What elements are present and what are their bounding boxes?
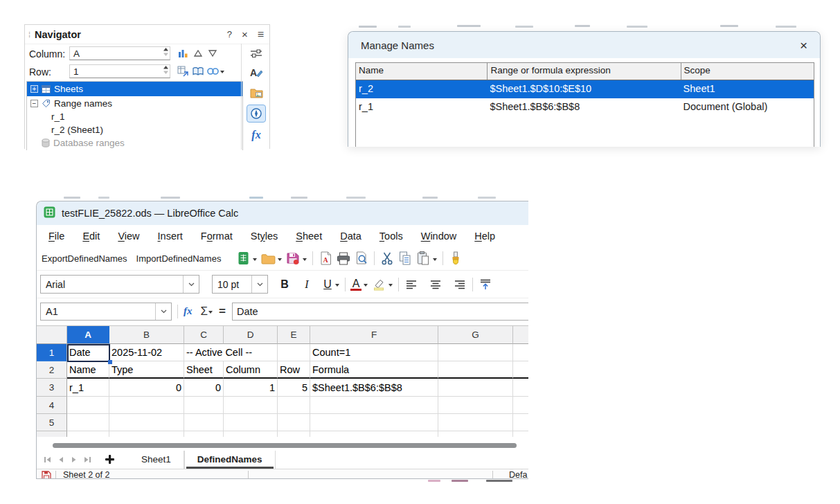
cell-D4[interactable] <box>224 397 278 414</box>
add-sheet-icon[interactable] <box>103 452 116 467</box>
cell-C2[interactable]: Sheet <box>184 361 224 379</box>
contents-button[interactable] <box>191 65 205 78</box>
menu-file[interactable]: File <box>39 231 73 242</box>
tree-item-r-1[interactable]: r_1 <box>27 110 242 123</box>
cell-G5[interactable] <box>438 414 513 431</box>
functions-icon[interactable]: fx <box>247 126 266 144</box>
toggle-button[interactable] <box>176 65 190 78</box>
font-size-combo[interactable]: 10 pt <box>212 275 268 294</box>
clone-formatting-icon[interactable] <box>447 250 464 267</box>
row-spinner[interactable] <box>162 64 170 78</box>
chevron-down-icon[interactable] <box>155 303 171 320</box>
next-sheet-icon[interactable] <box>67 452 80 467</box>
new-document-icon[interactable] <box>235 250 251 267</box>
cell-F3[interactable]: $Sheet1.$B$6:$B$8 <box>310 379 438 397</box>
paste-dropdown-icon[interactable] <box>433 258 437 263</box>
highlight-color-icon[interactable] <box>370 276 387 293</box>
chevron-down-icon[interactable] <box>251 276 267 293</box>
tree-item-r-2-sheet1-[interactable]: r_2 (Sheet1) <box>27 123 242 136</box>
drag-mode-button[interactable] <box>206 65 220 78</box>
column-header-B[interactable]: B <box>109 326 184 344</box>
column-header-A[interactable]: A <box>67 326 109 344</box>
menu-styles[interactable]: Styles <box>242 231 287 242</box>
align-top-icon[interactable] <box>477 276 494 293</box>
function-wizard-button[interactable]: fx <box>184 305 193 317</box>
italic-button[interactable]: I <box>300 278 314 291</box>
sheet-tab-definednames[interactable]: DefinedNames <box>184 451 276 469</box>
cell-G4[interactable] <box>438 397 513 414</box>
export-pdf-icon[interactable]: A <box>317 250 334 267</box>
tree-item-sheets[interactable]: +Sheets <box>27 82 242 96</box>
menu-data[interactable]: Data <box>331 231 370 242</box>
cell-B5[interactable] <box>109 414 184 431</box>
cell-D2[interactable]: Column <box>224 361 278 379</box>
row-input[interactable]: 1 <box>69 64 170 78</box>
cell-x3[interactable] <box>513 379 528 397</box>
menu-sheet[interactable]: Sheet <box>287 231 331 242</box>
cell-G2[interactable] <box>438 361 513 379</box>
menu-insert[interactable]: Insert <box>149 231 192 242</box>
align-right-icon[interactable] <box>452 276 468 293</box>
row-header-3[interactable]: 3 <box>37 379 67 397</box>
menu-window[interactable]: Window <box>412 231 466 242</box>
font-color-dropdown-icon[interactable] <box>364 284 368 289</box>
cell-x2[interactable] <box>513 361 528 379</box>
cell-F1[interactable]: Count=1 <box>310 344 438 361</box>
tree-item-database-ranges[interactable]: Database ranges <box>27 136 242 150</box>
cell-E2[interactable]: Row <box>278 361 310 379</box>
last-sheet-icon[interactable] <box>80 452 93 467</box>
close-icon[interactable]: × <box>800 39 807 52</box>
styles-icon[interactable]: A <box>247 64 266 82</box>
cell-A2[interactable]: Name <box>67 361 109 379</box>
expand-icon[interactable]: + <box>30 85 38 93</box>
sheet-position-status[interactable]: Sheet 2 of 2 <box>63 470 109 479</box>
open-dropdown-icon[interactable] <box>278 258 282 263</box>
cell-E5[interactable] <box>278 414 310 431</box>
gallery-icon[interactable] <box>247 84 266 102</box>
cell-G1[interactable] <box>438 344 513 361</box>
row-header-4[interactable]: 4 <box>37 397 67 414</box>
font-color-button[interactable]: A <box>349 278 363 291</box>
cell-B1[interactable]: 2025-11-02 <box>109 344 184 361</box>
cell-x5[interactable] <box>513 414 528 431</box>
cell-x4[interactable] <box>513 397 528 414</box>
cell-B2[interactable]: Type <box>109 361 184 379</box>
row-header-2[interactable]: 2 <box>37 361 67 379</box>
column-header-G[interactable]: G <box>438 326 513 344</box>
tree-item-range-names[interactable]: −Range names <box>27 96 242 110</box>
sidebar-menu-icon[interactable]: ≡ <box>258 28 264 41</box>
cell-C4[interactable] <box>184 397 224 414</box>
cell-F2[interactable]: Formula <box>310 361 438 379</box>
cell-A3[interactable]: r_1 <box>67 379 109 397</box>
sidebar-settings-icon[interactable] <box>247 44 266 62</box>
column-spinner[interactable] <box>162 46 170 60</box>
underline-dropdown-icon[interactable] <box>335 284 339 289</box>
sum-button[interactable]: Σ <box>201 305 208 318</box>
cell-F5[interactable] <box>310 414 438 431</box>
cell-E3[interactable]: 5 <box>278 379 310 397</box>
column-input[interactable]: A <box>69 46 170 60</box>
cell-C1[interactable]: -- Active Cell -- <box>184 344 278 361</box>
paste-icon[interactable] <box>415 250 431 267</box>
print-icon[interactable] <box>335 250 352 267</box>
navigator-deck-icon[interactable] <box>247 105 266 123</box>
cell-E1[interactable] <box>278 344 310 361</box>
page-style-status[interactable]: Defa <box>509 470 527 479</box>
export-defined-names-button[interactable]: ExportDefinedNames <box>42 253 127 264</box>
cell-F4[interactable] <box>310 397 438 414</box>
cell-D3[interactable]: 1 <box>224 379 278 397</box>
cut-icon[interactable] <box>379 250 395 267</box>
equals-button[interactable]: = <box>219 305 226 318</box>
cell-A5[interactable] <box>67 414 109 431</box>
fill-handle[interactable] <box>108 360 112 364</box>
start-button[interactable] <box>191 47 205 60</box>
cell-G3[interactable] <box>438 379 513 397</box>
column-header-partial[interactable] <box>513 326 528 344</box>
names-table-row[interactable]: r_1$Sheet1.$B$6:$B$8Document (Global) <box>356 98 814 116</box>
window-titlebar[interactable]: testFLIE_25822.ods — LibreOffice Calc <box>37 201 528 225</box>
cell-B4[interactable] <box>109 397 184 414</box>
menu-view[interactable]: View <box>109 231 148 242</box>
column-header-E[interactable]: E <box>278 326 310 344</box>
help-button[interactable]: ? <box>227 29 232 39</box>
open-icon[interactable] <box>260 250 276 267</box>
